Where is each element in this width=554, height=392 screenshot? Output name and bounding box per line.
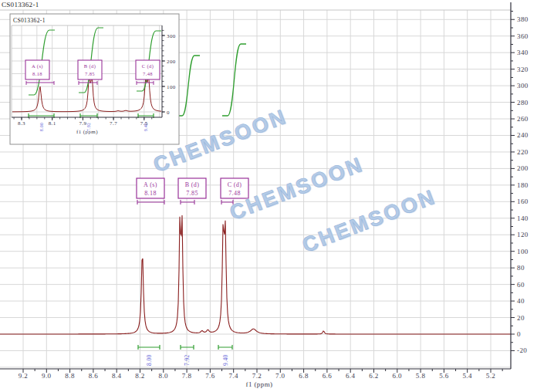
- integral-region-C: 9.40: [218, 345, 232, 366]
- inset-peak-label-shift: 8.18: [32, 71, 42, 76]
- y-tick-label: 180: [517, 181, 529, 189]
- y-tick-label: 320: [517, 66, 529, 73]
- nmr-spectrum-window: 8.007.929.409.29.08.88.68.48.28.07.87.67…: [0, 0, 554, 392]
- x-tick-label: 8.6: [89, 372, 99, 380]
- inset-peak-label-id: A (s): [32, 63, 43, 69]
- y-tick-label: 160: [517, 198, 529, 205]
- y-tick-label: -20: [517, 346, 527, 354]
- y-tick-label: 20: [517, 314, 525, 322]
- y-tick-label: 40: [517, 297, 525, 305]
- inset-y-tick-label: 0: [167, 110, 170, 116]
- inset-title: CS013362-1: [13, 17, 46, 24]
- y-tick-label: 240: [517, 131, 529, 139]
- inset-y-tick-label: 100: [167, 84, 176, 90]
- page-title: CS013362-1: [2, 1, 39, 8]
- inset-peak-label-id: C (d): [142, 63, 154, 69]
- peak-label-id: C (d): [228, 181, 242, 188]
- x-tick-label: 7.6: [205, 372, 215, 380]
- x-tick-label: 6.8: [299, 372, 309, 380]
- y-tick-label: 220: [517, 148, 529, 156]
- x-tick-label: 9.2: [19, 372, 28, 380]
- x-tick-label: 7.0: [275, 372, 285, 380]
- y-tick-label: 80: [517, 264, 525, 272]
- x-tick-label: 8.2: [135, 372, 144, 380]
- y-tick-label: 340: [517, 49, 529, 56]
- x-tick-label: 7.2: [252, 372, 262, 380]
- inset-x-tick-label: 7.7: [110, 120, 117, 127]
- integral-value: 9.40: [222, 354, 229, 366]
- y-tick-label: 140: [517, 215, 529, 222]
- integral-region-A: 8.00: [138, 345, 160, 366]
- y-tick-label: 0: [517, 330, 521, 338]
- inset-panel: 8.007.929.408.38.17.97.77.5f1 (ppm)01002…: [10, 14, 179, 144]
- integral-bracket: [218, 345, 232, 350]
- x-tick-label: 6.0: [393, 372, 403, 380]
- x-tick-label: 7.8: [182, 372, 192, 380]
- x-tick-label: 7.4: [228, 372, 238, 380]
- inset-y-tick-label: 300: [167, 33, 176, 39]
- y-tick-label: 300: [517, 82, 529, 90]
- y-tick-label: 380: [517, 15, 529, 23]
- peak-label-shift: 7.85: [186, 190, 198, 197]
- peak-bracket: [137, 200, 164, 204]
- inset-x-axis-title: f1 (ppm): [76, 129, 98, 135]
- x-tick-label: 8.8: [65, 372, 75, 380]
- peak-label-shift: 7.48: [228, 190, 241, 197]
- inset-x-tick-label: 7.9: [79, 120, 86, 127]
- x-tick-label: 5.6: [439, 372, 449, 380]
- y-tick-label: 200: [517, 164, 529, 172]
- inset-x-tick-label: 8.1: [49, 120, 56, 127]
- inset-integral-value: 8.00: [39, 123, 44, 131]
- peak-label-id: B (d): [185, 181, 200, 188]
- inset-x-tick-label: 7.5: [140, 120, 148, 127]
- integral-value: 7.92: [184, 354, 191, 366]
- peak-label-A: A (s)8.18: [137, 178, 164, 204]
- x-tick-label: 6.4: [346, 372, 356, 380]
- y-tick-label: 280: [517, 99, 529, 106]
- peak-label-C: C (d)7.48: [221, 178, 248, 204]
- y-tick-label: 100: [517, 248, 529, 255]
- x-tick-label: 6.2: [369, 372, 378, 380]
- spectrum-canvas[interactable]: 8.007.929.409.29.08.88.68.48.28.07.87.67…: [0, 0, 554, 392]
- peak-label-B: B (d)7.85: [178, 178, 206, 204]
- y-tick-label: 260: [517, 115, 529, 123]
- x-tick-label: 5.2: [486, 372, 495, 380]
- inset-x-tick-label: 8.3: [18, 120, 25, 127]
- peak-label-shift: 8.18: [144, 190, 157, 197]
- x-tick-label: 6.6: [323, 372, 333, 380]
- x-tick-label: 8.4: [112, 372, 122, 380]
- peak-label-id: A (s): [144, 181, 157, 188]
- inset-peak-label-id: B (d): [84, 63, 96, 69]
- integral-bracket: [138, 345, 160, 350]
- y-tick-label: 360: [517, 32, 529, 40]
- x-tick-label: 5.4: [462, 372, 472, 380]
- x-tick-label: 9.0: [42, 372, 52, 380]
- x-tick-label: 8.0: [159, 372, 169, 380]
- x-axis-title: f1 (ppm): [246, 380, 273, 388]
- x-tick-label: 5.8: [416, 372, 426, 380]
- integral-curve-C: [222, 44, 246, 116]
- peak-bracket: [181, 200, 194, 204]
- inset-peak-label-shift: 7.48: [143, 71, 153, 76]
- y-tick-label: 120: [517, 231, 529, 238]
- spectrum-trace: [0, 215, 511, 334]
- inset-peak-label-shift: 7.85: [85, 71, 95, 76]
- peak-bracket: [221, 200, 233, 204]
- inset-y-tick-label: 200: [167, 59, 176, 65]
- integral-value: 8.00: [146, 354, 153, 366]
- y-tick-label: 60: [517, 281, 525, 289]
